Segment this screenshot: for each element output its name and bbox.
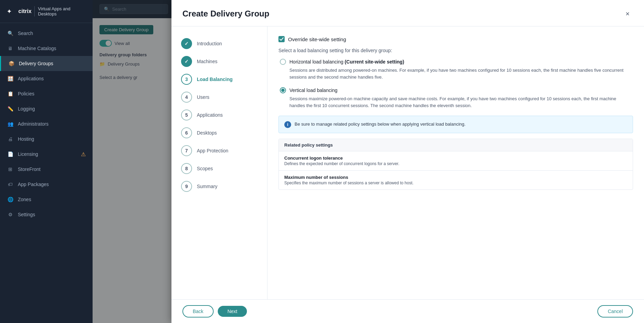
override-row: Override site-wide setting [278,36,633,42]
sidebar-item-label: Delivery Groups [19,61,53,66]
back-button[interactable]: Back [182,305,214,318]
sidebar-item-app-packages[interactable]: 🏷 App Packages [0,177,93,192]
step-circle-users: 4 [181,92,192,103]
sidebar-item-label: App Packages [18,182,49,187]
step-circle-load-balancing: 3 [181,74,192,85]
sidebar-item-machine-catalogs[interactable]: 🖥 Machine Catalogs [0,41,93,56]
policy-row-1: Maximum number of sessions Specifies the… [279,171,633,189]
horizontal-radio[interactable] [280,59,286,65]
modal-title: Create Delivery Group [182,9,269,19]
modal-footer: Back Next Cancel [171,299,644,323]
step-applications[interactable]: 5 Applications [178,106,260,124]
step-label-app-protection: App Protection [197,148,228,153]
step-introduction[interactable]: ✓ Introduction [178,35,260,53]
step-load-balancing[interactable]: 3 Load Balancing [178,70,260,88]
step-label-applications: Applications [197,112,223,118]
sidebar-item-storefront[interactable]: ⊞ StoreFront [0,162,93,177]
info-icon: i [284,121,291,128]
policy-icon: 📋 [7,90,14,97]
step-circle-summary: 9 [181,181,192,192]
policy-row-0: Concurrent logon tolerance Defines the e… [279,151,633,171]
policy-name-0: Concurrent logon tolerance [284,155,627,161]
step-scopes[interactable]: 8 Scopes [178,160,260,177]
modal: Create Delivery Group × ✓ Introduction ✓… [171,0,644,323]
vertical-radio[interactable] [280,87,286,93]
svg-text:✦: ✦ [7,8,12,14]
step-summary[interactable]: 9 Summary [178,177,260,195]
content-panel: Override site-wide setting Select a load… [267,26,644,299]
step-label-scopes: Scopes [197,166,213,171]
step-circle-applications: 5 [181,109,192,120]
horizontal-desc: Sessions are distributed among powered-o… [289,67,633,80]
sidebar-item-label: Administrators [18,121,48,127]
horizontal-label: Horizontal load balancing (Current site-… [289,59,404,65]
step-users[interactable]: 4 Users [178,88,260,106]
sidebar-item-search[interactable]: 🔍 Search [0,26,93,41]
sidebar: ✦ citrix Virtual Apps and Desktops 🔍 Sea… [0,0,93,323]
license-icon: 📄 [7,151,14,158]
search-icon: 🔍 [7,30,14,37]
step-circle-machines: ✓ [181,56,192,67]
citrix-logo: ✦ citrix Virtual Apps and Desktops [7,6,86,16]
sidebar-item-delivery-groups[interactable]: 📦 Delivery Groups [0,56,93,71]
sidebar-header: ✦ citrix Virtual Apps and Desktops [0,0,93,23]
step-label-summary: Summary [197,184,217,189]
step-circle-scopes: 8 [181,163,192,174]
policy-name-1: Maximum number of sessions [284,175,627,180]
step-machines[interactable]: ✓ Machines [178,53,260,70]
next-button[interactable]: Next [218,306,247,317]
close-button[interactable]: × [622,8,633,19]
logo-brand: citrix [19,8,32,14]
sidebar-item-settings[interactable]: ⚙ Settings [0,207,93,222]
machine-icon: 🖥 [7,45,14,52]
admin-icon: 👥 [7,120,14,127]
app-title: Virtual Apps and Desktops [34,6,86,16]
step-label-users: Users [197,94,210,100]
step-label-load-balancing: Load Balancing [197,77,232,82]
step-circle-introduction: ✓ [181,38,192,49]
store-icon: ⊞ [7,166,14,173]
step-circle-app-protection: 7 [181,145,192,156]
settings-icon: ⚙ [7,211,14,218]
sidebar-item-label: Licensing [18,151,38,157]
steps-panel: ✓ Introduction ✓ Machines 3 Load Balanci… [171,26,267,299]
policy-desc-1: Specifies the maximum number of sessions… [284,181,627,185]
sidebar-item-label: Hosting [18,136,34,142]
vertical-radio-row: Vertical load balancing [280,87,633,93]
sidebar-item-hosting[interactable]: 🖨 Hosting [0,131,93,147]
sidebar-item-administrators[interactable]: 👥 Administrators [0,116,93,131]
section-subtitle: Select a load balancing setting for this… [278,48,633,53]
zone-icon: 🌐 [7,196,14,203]
sidebar-item-applications[interactable]: 🪟 Applications [0,71,93,86]
vertical-option: Vertical load balancing Sessions maximiz… [278,87,633,109]
override-checkbox[interactable] [278,36,285,42]
step-app-protection[interactable]: 7 App Protection [178,142,260,160]
sidebar-item-label: StoreFront [18,166,40,172]
app-icon: 🪟 [7,75,14,82]
policy-desc-0: Defines the expected number of concurren… [284,161,627,166]
cancel-button[interactable]: Cancel [597,305,633,318]
vertical-label: Vertical load balancing [289,88,337,93]
sidebar-item-zones[interactable]: 🌐 Zones [0,192,93,207]
sidebar-nav: 🔍 Search 🖥 Machine Catalogs 📦 Delivery G… [0,23,93,323]
modal-header: Create Delivery Group × [171,0,644,26]
sidebar-item-label: Logging [18,106,35,112]
log-icon: ✏️ [7,105,14,112]
delivery-icon: 📦 [8,60,15,67]
step-desktops[interactable]: 6 Desktops [178,124,260,142]
modal-body: ✓ Introduction ✓ Machines 3 Load Balanci… [171,26,644,299]
sidebar-item-policies[interactable]: 📋 Policies [0,86,93,101]
package-icon: 🏷 [7,181,14,188]
horizontal-radio-row: Horizontal load balancing (Current site-… [280,59,633,65]
info-box: i Be sure to manage related policy setti… [278,116,633,133]
vertical-desc: Sessions maximize powered-on machine cap… [289,95,633,109]
host-icon: 🖨 [7,136,14,142]
sidebar-item-label: Zones [18,197,31,202]
sidebar-item-label: Search [18,31,33,36]
policy-section: Related policy settings Concurrent logon… [278,139,633,190]
horizontal-option: Horizontal load balancing (Current site-… [278,59,633,80]
sidebar-item-licensing[interactable]: 📄 Licensing ⚠ [0,147,93,162]
sidebar-item-logging[interactable]: ✏️ Logging [0,101,93,116]
step-circle-desktops: 6 [181,127,192,138]
sidebar-item-label: Settings [18,212,35,217]
